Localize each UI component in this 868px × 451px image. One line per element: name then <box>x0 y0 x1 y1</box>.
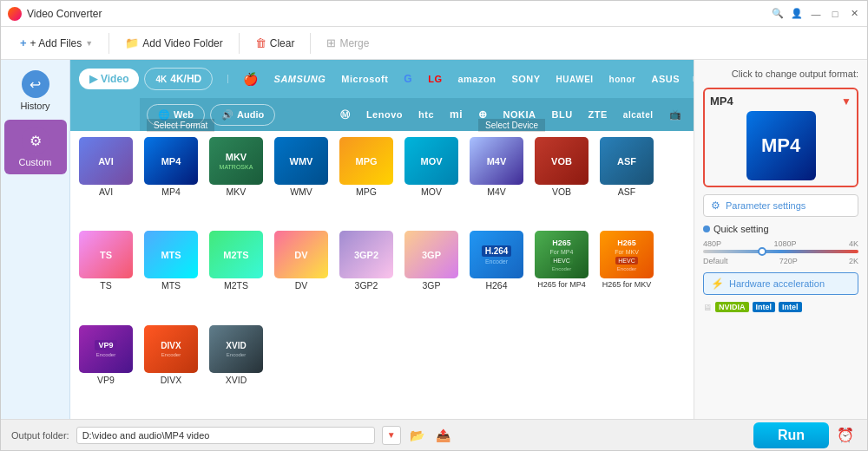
divx-label: DIVX <box>161 375 182 385</box>
app-icon <box>8 7 22 21</box>
video-format-button[interactable]: ▶ Video <box>79 69 139 89</box>
format-item-divx[interactable]: DIVX Encoder DIVX <box>139 323 203 415</box>
m2ts-thumb: M2TS <box>209 231 263 278</box>
output-path-input[interactable] <box>76 427 375 444</box>
sidebar-item-history[interactable]: ↩ History <box>4 63 67 118</box>
mpg-thumb: MPG <box>339 137 393 185</box>
format-item-wmv[interactable]: WMV WMV <box>269 134 333 227</box>
device-blu[interactable]: BLU <box>546 107 577 122</box>
merge-icon: ⊞ <box>326 36 336 49</box>
output-path-dropdown-button[interactable]: ▼ <box>382 426 401 445</box>
device-amazon[interactable]: amazon <box>452 71 501 87</box>
close-button[interactable]: ✕ <box>848 8 860 20</box>
divx-thumb: DIVX Encoder <box>144 325 198 373</box>
format-item-mkv[interactable]: MKV MATROSKA MKV <box>204 134 268 227</box>
history-icon: ↩ <box>22 70 49 98</box>
vob-thumb: VOB <box>535 137 589 185</box>
format-item-h265mp4[interactable]: H265 For MP4 HEVC Encoder H265 for MP4 <box>529 228 594 321</box>
vp9-label: VP9 <box>97 375 115 385</box>
hardware-acceleration-button[interactable]: ⚡ Hardware acceleration <box>703 272 858 295</box>
device-lg[interactable]: LG <box>423 71 447 87</box>
format-item-vob[interactable]: VOB VOB <box>529 134 594 227</box>
dropdown-icon[interactable]: ▼ <box>85 39 93 48</box>
merge-button[interactable]: ⊞ Merge <box>318 32 378 54</box>
xvid-label: XVID <box>226 375 247 385</box>
format-item-h265mkv[interactable]: H265 For MKV HEVC Encoder H265 for MKV <box>595 228 659 321</box>
quality-slider[interactable] <box>703 250 858 253</box>
custom-icon: ⚙ <box>22 127 49 154</box>
device-apple[interactable]: 🍎 <box>238 69 264 88</box>
mov-thumb: MOV <box>404 137 458 185</box>
add-files-button[interactable]: + + Add Files ▼ <box>11 32 102 54</box>
toolbar-divider-2 <box>239 33 240 54</box>
device-honor[interactable]: honor <box>604 72 641 87</box>
quality-presets: Default 720P 2K <box>703 257 858 265</box>
intel-badge-2[interactable]: Intel <box>779 302 802 312</box>
user-icon[interactable]: 👤 <box>791 8 803 20</box>
browse-folder-button[interactable]: 📂 <box>408 426 427 445</box>
add-folder-button[interactable]: 📁 Add Video Folder <box>116 32 232 54</box>
device-mi[interactable]: mi <box>444 106 468 123</box>
clear-button[interactable]: 🗑 Clear <box>247 32 304 54</box>
device-alcatel[interactable]: alcatel <box>618 108 659 122</box>
intel-badge-1[interactable]: Intel <box>753 302 776 312</box>
format-item-h264[interactable]: H.264 Encoder H264 <box>464 228 529 321</box>
device-zte[interactable]: ZTE <box>583 107 613 122</box>
search-icon[interactable]: 🔍 <box>772 8 784 20</box>
audio-format-button[interactable]: 🔊 Audio <box>210 104 275 126</box>
run-button[interactable]: Run <box>753 422 829 448</box>
sidebar-item-custom[interactable]: ⚙ Custom <box>4 120 67 174</box>
device-huawei[interactable]: HUAWEI <box>551 72 599 87</box>
4k-label: 4K/HD <box>170 73 201 85</box>
device-google[interactable]: G <box>398 70 418 88</box>
format-item-3gp[interactable]: 3GP 3GP <box>399 228 464 321</box>
mp4-label: MP4 <box>161 186 181 197</box>
output-format-box: MP4 ▼ MP4 <box>703 88 858 187</box>
4khd-format-button[interactable]: 4K 4K/HD <box>144 68 213 90</box>
output-format-dropdown-icon[interactable]: ▼ <box>841 95 852 108</box>
device-htc[interactable]: htc <box>413 107 439 122</box>
device-microsoft[interactable]: Microsoft <box>336 71 393 87</box>
format-item-xvid[interactable]: XVID Encoder XVID <box>204 323 268 415</box>
output-format-thumbnail[interactable]: MP4 <box>746 111 816 180</box>
format-item-vp9[interactable]: VP9 Encoder VP9 <box>74 323 138 415</box>
format-item-mov[interactable]: MOV MOV <box>399 134 464 227</box>
format-col: ▶ Video 4K 4K/HD <box>70 68 228 90</box>
format-item-dv[interactable]: DV DV <box>269 228 333 321</box>
mts-thumb: MTS <box>144 231 198 278</box>
asf-thumb: ASF <box>600 137 654 185</box>
format-item-avi[interactable]: AVI AVI <box>74 134 138 227</box>
nvidia-badge[interactable]: NVIDIA <box>715 302 749 312</box>
output-format-select: MP4 ▼ <box>710 95 852 108</box>
format-item-m4v[interactable]: M4V M4V <box>464 134 529 227</box>
quality-labels: 480P 1080P 4K <box>703 239 858 248</box>
maximize-button[interactable]: □ <box>829 8 841 20</box>
add-folder-label: Add Video Folder <box>142 37 223 49</box>
audio-label: Audio <box>237 109 264 120</box>
add-icon: + <box>20 36 27 49</box>
merge-label: Merge <box>339 37 369 49</box>
device-motorola[interactable]: Ⓜ <box>335 106 356 124</box>
format-item-asf[interactable]: ASF ASF <box>595 134 659 227</box>
device-sony[interactable]: SONY <box>506 71 545 87</box>
quality-thumb[interactable] <box>758 247 766 256</box>
format-item-m2ts[interactable]: M2TS M2TS <box>204 228 268 321</box>
share-button[interactable]: 📤 <box>434 426 453 445</box>
alarm-button[interactable]: ⏰ <box>834 424 857 447</box>
format-item-mp4[interactable]: MP4 MP4 <box>139 134 203 227</box>
format-item-mpg[interactable]: MPG MPG <box>334 134 398 227</box>
app-window: Video Converter 🔍 👤 — □ ✕ + + Add Files … <box>0 0 868 451</box>
device-lenovo[interactable]: Lenovo <box>361 107 408 122</box>
format-item-3gp2[interactable]: 3GP2 3GP2 <box>334 228 398 321</box>
format-item-ts[interactable]: TS TS <box>74 228 138 321</box>
device-samsung[interactable]: SAMSUNG <box>269 71 332 87</box>
device-tv[interactable]: 📺 <box>664 107 687 123</box>
gpu-row: 🖥 NVIDIA Intel Intel <box>703 302 858 312</box>
format-item-mts[interactable]: MTS MTS <box>139 228 203 321</box>
parameter-settings-button[interactable]: ⚙ Parameter settings <box>703 194 858 217</box>
device-asus[interactable]: ASUS <box>646 71 685 87</box>
select-format-label: Select Format <box>147 119 214 132</box>
minimize-button[interactable]: — <box>810 8 822 20</box>
mkv-label: MKV <box>227 186 247 197</box>
alarm-icon: ⏰ <box>837 428 854 442</box>
